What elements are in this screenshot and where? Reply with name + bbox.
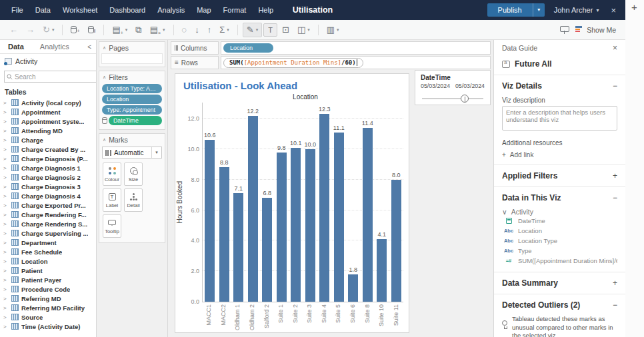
bar-macc1[interactable] — [205, 140, 215, 302]
slider-handle[interactable] — [461, 95, 469, 103]
viz-description-input[interactable] — [502, 106, 617, 131]
field-row[interactable]: DateTime — [503, 216, 617, 226]
table-row[interactable]: >Charge Diagnosis 3 — [0, 182, 96, 191]
forward-icon[interactable]: → — [23, 23, 38, 37]
collapse-icon[interactable]: − — [613, 300, 617, 310]
menu-format[interactable]: Format — [217, 0, 253, 20]
fit-icon[interactable]: ◫▾ — [294, 23, 313, 37]
bar-suite-11[interactable] — [391, 180, 401, 302]
filter-pill[interactable]: Location — [102, 95, 162, 104]
chevron-right-icon[interactable]: > — [3, 193, 9, 199]
filters-card-header[interactable]: ∧ Filters — [99, 71, 165, 83]
marks-card-header[interactable]: ∧ Marks — [99, 134, 165, 145]
bar-suite-5[interactable] — [334, 133, 344, 302]
new-tab-icon[interactable]: + — [631, 1, 637, 13]
table-row[interactable]: >Location — [0, 256, 96, 266]
table-row[interactable]: >Appointment Syste... — [0, 117, 96, 126]
pages-shelf[interactable] — [101, 53, 163, 64]
totals-icon[interactable]: Σ▾ — [216, 23, 233, 37]
fix-axes-icon[interactable]: ⊡ — [279, 23, 293, 37]
table-row[interactable]: >Time (Activity Date) — [0, 322, 96, 331]
field-row[interactable]: =#SUM([Appointment Duration Mins]/60) — [503, 256, 617, 266]
table-row[interactable]: >Appointment — [0, 107, 96, 117]
chevron-right-icon[interactable]: > — [3, 128, 9, 134]
sort-ascending-icon[interactable]: ↓ — [191, 23, 203, 37]
redo-icon[interactable]: ↻▾ — [39, 23, 57, 37]
chevron-right-icon[interactable]: > — [3, 249, 9, 255]
close-icon[interactable]: × — [608, 5, 619, 15]
chevron-right-icon[interactable]: > — [3, 184, 9, 190]
publish-caret[interactable]: ▾ — [533, 3, 545, 17]
bar-suite-1[interactable] — [277, 153, 287, 302]
bar-suite-4[interactable] — [319, 114, 329, 302]
table-row[interactable]: >Charge Diagnosis 2 — [0, 172, 96, 182]
columns-pill-location[interactable]: Location — [223, 43, 273, 53]
pause-updates-icon[interactable]: ‖ — [85, 25, 99, 35]
presentation-mode-icon[interactable] — [559, 26, 569, 34]
table-row[interactable]: >Source — [0, 312, 96, 322]
table-row[interactable]: >Charge Diagnosis 4 — [0, 191, 96, 200]
marks-size-button[interactable]: Size — [124, 163, 143, 186]
menu-dashboard[interactable]: Dashboard — [103, 0, 151, 20]
bar-oldham-2[interactable] — [248, 116, 258, 302]
menu-worksheet[interactable]: Worksheet — [57, 0, 103, 20]
show-me-button[interactable]: Show Me — [575, 26, 616, 34]
collapse-icon[interactable]: − — [613, 81, 617, 91]
chevron-right-icon[interactable]: > — [3, 212, 9, 218]
detected-outliers-section[interactable]: Detected Outliers (2) − — [502, 300, 617, 310]
sort-descending-icon[interactable]: ↑ — [204, 23, 215, 37]
datasource-group[interactable]: ∨ Activity — [502, 208, 617, 216]
chevron-right-icon[interactable]: > — [3, 100, 9, 106]
collapse-pane-icon[interactable]: < — [83, 43, 96, 51]
chevron-right-icon[interactable]: > — [3, 230, 9, 236]
field-row[interactable]: AbcType — [503, 246, 617, 256]
filter-pill[interactable]: Location Type: Accel... — [102, 84, 162, 93]
filter-pill[interactable]: DateTime — [109, 116, 162, 125]
applied-filters-section[interactable]: Applied Filters + — [502, 171, 617, 180]
marks-detail-button[interactable]: Detail — [124, 188, 143, 212]
mark-type-dropdown[interactable]: Automatic ▾ — [102, 147, 162, 159]
bar-salford-2[interactable] — [262, 198, 272, 302]
table-row[interactable]: >Procedure Code — [0, 284, 96, 294]
chevron-right-icon[interactable]: > — [3, 286, 9, 292]
chevron-right-icon[interactable]: > — [3, 268, 9, 274]
chevron-right-icon[interactable]: > — [3, 147, 9, 153]
table-row[interactable]: >Charge Created By ... — [0, 145, 96, 154]
marks-label-button[interactable]: TLabel — [103, 188, 121, 212]
table-row[interactable]: >Charge Rendering F... — [0, 210, 96, 219]
show-mark-labels-icon[interactable]: T — [263, 23, 277, 37]
chevron-right-icon[interactable]: > — [3, 156, 9, 162]
new-datasource-icon[interactable]: + — [67, 25, 83, 35]
datasource-connection[interactable]: Activity — [0, 54, 96, 67]
menu-file[interactable]: File — [5, 0, 29, 20]
bar-suite-6[interactable] — [348, 274, 358, 302]
field-row[interactable]: AbcLocation — [503, 226, 617, 236]
table-row[interactable]: >Patient Payer — [0, 275, 96, 284]
table-row[interactable]: >Charge Diagnosis 1 — [0, 163, 96, 172]
bar-suite-8[interactable] — [363, 128, 373, 302]
columns-shelf[interactable]: Location — [221, 41, 491, 55]
highlight-icon[interactable]: ✎▾ — [243, 23, 262, 37]
field-row[interactable]: AbcLocation Type — [503, 236, 617, 246]
tab-analytics[interactable]: Analytics — [32, 40, 77, 54]
table-row[interactable]: >Charge — [0, 135, 96, 145]
close-icon[interactable]: × — [613, 43, 617, 53]
sheet-link[interactable]: Future All — [502, 59, 617, 69]
pages-card-header[interactable]: ∧ Pages — [99, 42, 165, 53]
viz-details-section[interactable]: Viz Details − — [502, 81, 617, 91]
rows-formula-pill[interactable]: SUM([Appointment Duration Mins]/60) — [223, 58, 363, 68]
menu-data[interactable]: Data — [29, 0, 57, 20]
bar-suite-10[interactable] — [377, 239, 387, 302]
chevron-right-icon[interactable]: > — [3, 305, 9, 311]
chevron-right-icon[interactable]: > — [3, 165, 9, 171]
clear-sheet-icon[interactable]: ▤×▾ — [147, 23, 169, 37]
expand-icon[interactable]: + — [613, 278, 617, 288]
chevron-right-icon[interactable]: > — [3, 324, 9, 330]
chevron-right-icon[interactable]: > — [3, 221, 9, 227]
group-members-icon[interactable]: ◌ — [179, 23, 191, 37]
datetime-slider[interactable] — [422, 95, 483, 103]
bar-oldham-1[interactable] — [233, 193, 243, 302]
table-row[interactable]: >Attending MD — [0, 126, 96, 135]
chevron-right-icon[interactable]: > — [3, 109, 9, 115]
add-link-button[interactable]: + Add link — [502, 151, 617, 159]
